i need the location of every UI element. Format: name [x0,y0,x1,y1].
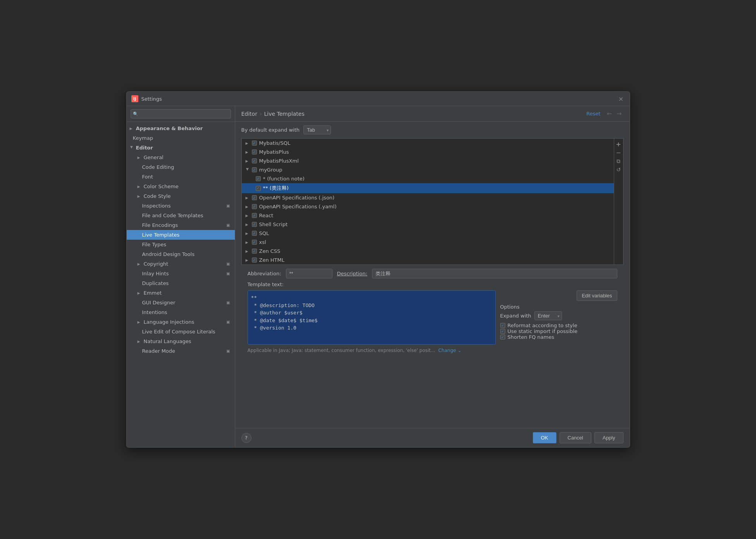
badge-icon: ▣ [226,262,230,266]
group-checkbox[interactable] [252,195,257,200]
sidebar-item-appearance[interactable]: ▶ Appearance & Behavior [127,124,235,133]
template-group-mybatis-sql[interactable]: ▶ Mybatis/SQL [242,139,614,148]
sidebar-item-color-scheme[interactable]: ▶ Color Scheme [127,182,235,191]
template-item-class-comment[interactable]: ** (类注释) [242,183,614,193]
sidebar-item-label: Live Templates [142,232,180,238]
group-checkbox[interactable] [252,257,257,263]
sidebar-item-label: File and Code Templates [142,213,203,218]
sidebar-item-label: Copyright [144,261,169,267]
template-group-mybatisplus[interactable]: ▶ MybatisPlus [242,148,614,156]
reformat-checkbox[interactable] [500,323,505,328]
template-item-function-note[interactable]: * (function note) [242,174,614,183]
breadcrumb-actions: Reset ← → [586,110,623,117]
templates-list-wrapper: ▶ Mybatis/SQL ▶ MybatisPlus ▶ [241,138,623,265]
sidebar-item-android-design[interactable]: Android Design Tools [127,249,235,259]
sidebar-item-keymap[interactable]: Keymap [127,133,235,143]
close-button[interactable]: × [617,95,625,103]
sidebar-item-inlay-hints[interactable]: Inlay Hints ▣ [127,269,235,278]
group-checkbox[interactable] [252,222,257,227]
sidebar-item-gui-designer[interactable]: GUI Designer ▣ [127,298,235,307]
group-chevron-icon: ▶ [246,168,250,172]
item-checkbox[interactable] [256,176,261,181]
shorten-eq-label: Shorten FQ names [508,334,555,340]
template-group-react[interactable]: ▶ React [242,211,614,220]
breadcrumb: Editor › Live Templates [241,111,305,117]
reset-button[interactable]: Reset [586,111,600,117]
options-container: Options Expand with Enter Tab Space [500,304,617,340]
sidebar-item-general[interactable]: ▶ General [127,153,235,162]
expand-with-select[interactable]: Enter Tab Space [534,311,562,320]
sidebar-item-natural-languages[interactable]: ▶ Natural Languages [127,336,235,346]
apply-button[interactable]: Apply [594,432,623,443]
group-checkbox[interactable] [252,158,257,163]
group-checkbox[interactable] [252,231,257,236]
sidebar-item-duplicates[interactable]: Duplicates [127,278,235,288]
template-group-zen-html[interactable]: ▶ Zen HTML [242,256,614,264]
group-checkbox[interactable] [252,204,257,209]
template-group-sql[interactable]: ▶ SQL [242,229,614,238]
sidebar-item-intentions[interactable]: Intentions [127,307,235,317]
edit-variables-button[interactable]: Edit variables [577,290,617,301]
template-group-xsl[interactable]: ▶ xsl [242,238,614,247]
template-group-mybatisplusxml[interactable]: ▶ MybatisPlusXml [242,156,614,165]
option-static-import: Use static import if possible [500,328,617,334]
expand-label: By default expand with [241,127,300,133]
sidebar-item-font[interactable]: Font [127,172,235,182]
breadcrumb-separator: › [260,111,262,117]
group-checkbox[interactable] [252,167,257,172]
shorten-eq-checkbox[interactable] [500,335,505,340]
template-group-openapi-yaml[interactable]: ▶ OpenAPI Specifications (.yaml) [242,202,614,211]
sidebar-item-live-templates[interactable]: Live Templates [127,230,235,240]
group-name: Mybatis/SQL [259,140,291,146]
item-abbrev: ** (类注释) [263,185,289,192]
sidebar-item-file-types[interactable]: File Types [127,240,235,249]
item-checkbox[interactable] [256,186,261,191]
sidebar-item-file-code-templates[interactable]: File and Code Templates [127,211,235,220]
top-controls: By default expand with Tab Enter Space ▾ [235,122,630,138]
sidebar-item-code-style[interactable]: ▶ Code Style [127,191,235,201]
group-checkbox[interactable] [252,213,257,218]
template-textarea[interactable]: ** * @description: TODO * @author $user$… [248,290,496,345]
description-input[interactable] [372,269,617,278]
cancel-button[interactable]: Cancel [560,432,591,443]
templates-list: ▶ Mybatis/SQL ▶ MybatisPlus ▶ [241,138,614,265]
sidebar-item-copyright[interactable]: ▶ Copyright ▣ [127,259,235,269]
group-chevron-icon: ▶ [246,232,250,235]
template-group-openapi-json[interactable]: ▶ OpenAPI Specifications (.json) [242,193,614,202]
group-chevron-icon: ▶ [246,240,250,244]
back-arrow[interactable]: ← [605,110,613,117]
sidebar-item-code-editing[interactable]: Code Editing [127,162,235,172]
sidebar-item-emmet[interactable]: ▶ Emmet [127,288,235,298]
static-import-checkbox[interactable] [500,329,505,334]
group-checkbox[interactable] [252,240,257,245]
add-template-button[interactable]: + [615,140,622,148]
abbreviation-input[interactable] [286,269,332,278]
sidebar-item-inspections[interactable]: Inspections ▣ [127,201,235,211]
group-checkbox[interactable] [252,249,257,254]
copy-template-button[interactable]: ⧉ [615,157,622,165]
template-group-mygroup[interactable]: ▶ myGroup [242,165,614,174]
sidebar-item-label: Code Style [144,193,171,199]
search-input[interactable] [131,109,231,118]
sidebar-item-language-injections[interactable]: ▶ Language Injections ▣ [127,317,235,327]
help-button[interactable]: ? [241,433,251,443]
template-text-label: Template text: [248,282,617,287]
sidebar-item-live-edit[interactable]: Live Edit of Compose Literals [127,327,235,336]
template-group-zen-css[interactable]: ▶ Zen CSS [242,247,614,256]
sidebar-item-file-encodings[interactable]: File Encodings ▣ [127,220,235,230]
template-group-shell[interactable]: ▶ Shell Script [242,220,614,229]
restore-template-button[interactable]: ↺ [615,166,622,173]
remove-template-button[interactable]: − [615,149,622,156]
group-checkbox[interactable] [252,141,257,146]
main-content: Editor › Live Templates Reset ← → By def… [235,106,630,447]
change-link[interactable]: Change ⌄ [438,348,462,353]
expand-select[interactable]: Tab Enter Space [303,125,331,134]
edit-area: Abbreviation: Description: Template text… [241,265,623,357]
dialog-body: 🔍 ▶ Appearance & Behavior Keymap ▶ Edito… [127,106,630,447]
sidebar-item-reader-mode[interactable]: Reader Mode ▣ [127,346,235,356]
badge-icon: ▣ [226,300,230,305]
sidebar-item-editor[interactable]: ▶ Editor [127,143,235,153]
ok-button[interactable]: OK [533,432,556,443]
group-checkbox[interactable] [252,149,257,154]
forward-arrow[interactable]: → [615,110,623,117]
